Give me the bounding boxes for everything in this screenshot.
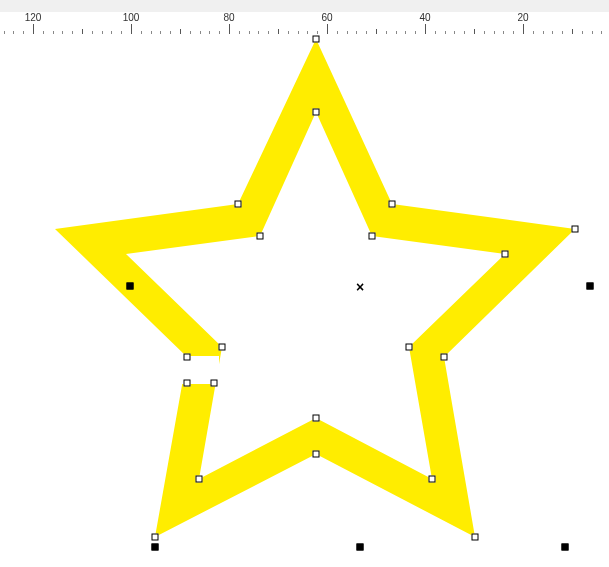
node-handle[interactable] — [441, 354, 448, 361]
ruler-label: 80 — [223, 12, 234, 23]
ruler-label: 120 — [25, 12, 42, 23]
selection-handle[interactable] — [587, 283, 594, 290]
selection-center-mark: × — [356, 279, 364, 295]
drawing-canvas[interactable]: × — [0, 34, 609, 567]
node-handle[interactable] — [196, 476, 203, 483]
node-handle[interactable] — [152, 534, 159, 541]
ruler-label: 60 — [321, 12, 332, 23]
selection-handle[interactable] — [562, 544, 569, 551]
selection-handle[interactable] — [357, 544, 364, 551]
selection-handle[interactable] — [127, 283, 134, 290]
selection-handle[interactable] — [152, 544, 159, 551]
ruler-label: 100 — [123, 12, 140, 23]
node-handle[interactable] — [235, 201, 242, 208]
node-handle[interactable] — [313, 451, 320, 458]
node-handle[interactable] — [502, 251, 509, 258]
node-handle[interactable] — [472, 534, 479, 541]
node-handle[interactable] — [429, 476, 436, 483]
star-shape[interactable] — [0, 34, 609, 567]
ruler-tick-major — [425, 24, 426, 34]
node-handle[interactable] — [313, 415, 320, 422]
ruler-tick-major — [523, 24, 524, 34]
ruler-tick-major — [229, 24, 230, 34]
node-handle[interactable] — [219, 344, 226, 351]
ruler-label: 20 — [517, 12, 528, 23]
node-handle[interactable] — [257, 233, 264, 240]
node-handle[interactable] — [369, 233, 376, 240]
ruler-tick-major — [327, 24, 328, 34]
ruler-tick-major — [33, 24, 34, 34]
node-handle[interactable] — [211, 380, 218, 387]
node-handle[interactable] — [389, 201, 396, 208]
node-handle[interactable] — [572, 226, 579, 233]
node-handle[interactable] — [313, 36, 320, 43]
node-handle[interactable] — [406, 344, 413, 351]
horizontal-ruler[interactable]: 12010080604020 — [0, 12, 609, 35]
node-handle[interactable] — [313, 109, 320, 116]
ruler-label: 40 — [419, 12, 430, 23]
node-handle[interactable] — [184, 380, 191, 387]
ruler-tick-major — [131, 24, 132, 34]
node-handle[interactable] — [184, 354, 191, 361]
